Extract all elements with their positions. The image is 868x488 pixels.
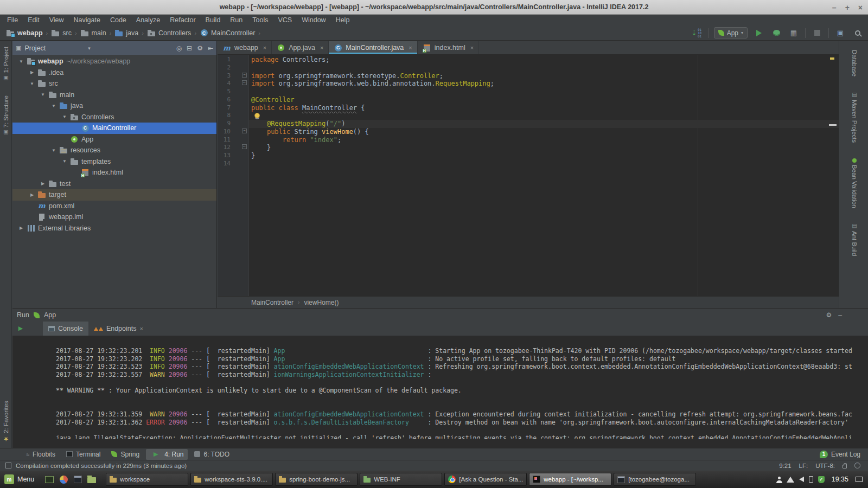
tool-button-favorites[interactable]: ★2: Favorites (3, 401, 9, 442)
tool-window-button-6todo[interactable]: 6: TODO (190, 449, 234, 460)
update-indicator-icon[interactable]: ⇣011001 (691, 27, 703, 39)
collapse-all-button[interactable]: ⊟ (187, 44, 192, 52)
project-tree[interactable]: ▼webapp ~/workspace/webapp▶.idea▼src▼mai… (12, 55, 216, 308)
coverage-button[interactable]: ▦ (788, 27, 800, 39)
tool-window-button-floobits[interactable]: ≈Floobits (22, 449, 60, 460)
line-separator-widget[interactable]: LF: (799, 463, 808, 469)
tree-item-src[interactable]: ▼src (12, 78, 216, 89)
tool-window-button-spring[interactable]: Spring (107, 449, 144, 460)
locate-button[interactable]: ◎ (176, 44, 182, 52)
tree-item-.idea[interactable]: ▶.idea (12, 67, 216, 79)
tool-button-structure[interactable]: ▣7: Structure (3, 95, 9, 136)
breadcrumb-item-java[interactable]: java (113, 29, 140, 37)
tree-item-test[interactable]: ▶test (12, 178, 216, 190)
tree-toggle-icon[interactable]: ▶ (27, 70, 37, 75)
software-manager-button[interactable] (58, 474, 69, 485)
tree-item-external libraries[interactable]: ▶External Libraries (12, 223, 216, 234)
close-icon[interactable]: × (139, 325, 143, 332)
tool-button-database[interactable]: Database (841, 50, 868, 76)
caret-position-widget[interactable]: 9:21 (779, 463, 791, 469)
taskbar-window-webinf[interactable]: WEB-INF (360, 473, 442, 486)
breadcrumb-MainController[interactable]: MainController (251, 299, 293, 306)
menu-item-help[interactable]: Help (331, 15, 355, 25)
tree-item-templates[interactable]: ▼templates (12, 156, 216, 168)
run-configuration-combo[interactable]: App ▾ (714, 27, 748, 38)
taskbar-window-workspacests390[interactable]: workspace-sts-3.9.0.... (190, 473, 273, 486)
tab-maincontroller-java[interactable]: CMainController.java× (329, 41, 417, 54)
run-button[interactable] (753, 27, 765, 39)
rerun-button[interactable]: ▶ (15, 324, 26, 332)
tool-button-ant[interactable]: ▤Ant Build (841, 223, 868, 256)
fold-marker-icon[interactable]: − (242, 73, 247, 78)
tab-webapp[interactable]: mwebapp× (218, 41, 272, 54)
tree-item-pom.xml[interactable]: mpom.xml (12, 201, 216, 212)
menu-item-edit[interactable]: Edit (23, 15, 44, 25)
files-launcher-button[interactable] (86, 474, 97, 485)
close-icon[interactable]: × (409, 44, 412, 51)
event-log-button[interactable]: 1 Event Log (820, 451, 868, 458)
menu-item-build[interactable]: Build (201, 15, 226, 25)
breadcrumb-item-maincontroller[interactable]: CMainController (198, 29, 257, 37)
breadcrumb-viewHome[interactable]: viewHome() (304, 299, 339, 306)
encoding-widget[interactable]: UTF-8: (815, 463, 835, 469)
menu-item-tools[interactable]: Tools (247, 15, 273, 25)
taskbar-window-webappworksp[interactable]: webapp - [~/worksp... (529, 473, 611, 486)
breadcrumb-item-main[interactable]: main (79, 29, 108, 37)
wifi-icon[interactable] (787, 477, 794, 483)
tree-toggle-icon[interactable]: ▼ (59, 114, 70, 119)
volume-icon[interactable] (799, 477, 804, 482)
breadcrumb-item-webapp[interactable]: webapp (4, 29, 44, 37)
tab-index-html[interactable]: index.html× (418, 41, 479, 54)
menu-item-code[interactable]: Code (105, 15, 131, 25)
tab-endpoints[interactable]: Endpoints× (88, 322, 149, 336)
tool-button-project[interactable]: ▣1: Project (3, 47, 9, 81)
tree-item-webapp[interactable]: ▼webapp ~/workspace/webapp (12, 56, 216, 67)
intention-bulb-icon[interactable] (254, 113, 260, 118)
debug-button[interactable] (770, 27, 782, 39)
clock[interactable]: 19:35 (832, 476, 848, 483)
device-icon[interactable] (809, 476, 813, 483)
caret-stripe-marker[interactable] (829, 124, 837, 126)
tree-toggle-icon[interactable]: ▼ (37, 92, 48, 97)
breadcrumb-item-controllers[interactable]: Controllers (145, 29, 193, 37)
tree-toggle-icon[interactable]: ▼ (48, 148, 59, 153)
tool-window-button-terminal[interactable]: Terminal (62, 449, 105, 460)
tree-toggle-icon[interactable]: ▼ (48, 104, 59, 108)
close-button[interactable]: × (858, 3, 863, 12)
lock-icon[interactable] (843, 465, 847, 468)
taskbar-window-workspace[interactable]: workspace (106, 473, 188, 486)
hector-icon[interactable] (854, 463, 860, 468)
tree-toggle-icon[interactable]: ▶ (37, 181, 48, 186)
maximize-button[interactable]: + (845, 3, 850, 12)
error-stripe-marker[interactable] (830, 57, 834, 60)
tree-item-target[interactable]: ▶target (12, 189, 216, 201)
minimize-button[interactable]: – (832, 3, 837, 12)
tree-toggle-icon[interactable]: ▶ (16, 226, 27, 230)
settings-button[interactable]: ⚙ (826, 311, 832, 319)
tree-item-maincontroller[interactable]: CMainController (12, 123, 216, 134)
tree-item-webapp.iml[interactable]: webapp.iml (12, 211, 216, 223)
tree-toggle-icon[interactable]: ▼ (16, 59, 27, 64)
close-icon[interactable]: × (263, 44, 266, 51)
taskbar-window-tozogabeetozoga[interactable]: [tozogabee@tozoga... (614, 473, 696, 486)
menu-item-navigate[interactable]: Navigate (69, 15, 105, 25)
tree-toggle-icon[interactable]: ▶ (27, 192, 37, 197)
close-icon[interactable]: × (320, 44, 323, 51)
tree-toggle-icon[interactable]: ▼ (27, 81, 37, 86)
menu-item-view[interactable]: View (44, 15, 69, 25)
search-everywhere-button[interactable] (852, 27, 864, 39)
tree-item-index.html[interactable]: index.html (12, 167, 216, 178)
taskbar-window-springbootdemojs[interactable]: spring-boot-demo-js... (275, 473, 358, 486)
tree-item-java[interactable]: ▼java (12, 100, 216, 112)
tool-button-maven[interactable]: ▤Maven Projects (841, 92, 868, 143)
tree-item-main[interactable]: ▼main (12, 89, 216, 101)
stop-button[interactable] (811, 27, 823, 39)
tool-window-button-4run[interactable]: ▶4: Run (146, 449, 188, 460)
tab-app-java[interactable]: App.java× (272, 41, 329, 54)
restore-layout-button[interactable]: ▣ (834, 27, 846, 39)
settings-button[interactable]: ⚙ (197, 44, 203, 52)
user-icon[interactable] (776, 477, 782, 482)
console-output[interactable]: 2017-08-27 19:32:23.201 INFO 20906 --- [… (45, 336, 868, 448)
show-desktop-button[interactable] (44, 474, 55, 485)
menu-item-analyze[interactable]: Analyze (131, 15, 165, 25)
